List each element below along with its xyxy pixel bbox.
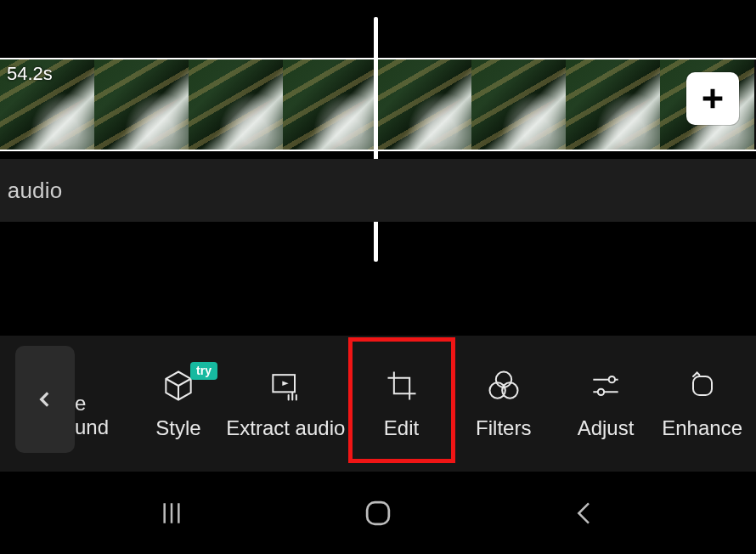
audio-track[interactable]: dd audio <box>0 159 756 222</box>
svg-point-5 <box>598 389 604 395</box>
tool-filters[interactable]: Filters <box>453 357 555 450</box>
add-audio-label: dd audio <box>0 178 62 204</box>
sliders-icon <box>587 367 624 404</box>
svg-point-4 <box>609 376 615 382</box>
bottom-toolbar: eund try Style Extract audio Edi <box>0 336 756 472</box>
plus-icon <box>698 84 727 113</box>
toolbar-back-button[interactable] <box>15 346 75 453</box>
crop-icon <box>383 367 420 404</box>
filters-icon <box>485 367 522 404</box>
nav-home-button[interactable] <box>353 488 403 539</box>
add-clip-button[interactable] <box>686 72 739 125</box>
tool-enhance[interactable]: Enhance <box>657 357 748 450</box>
tool-label: Enhance <box>662 416 742 440</box>
clip-duration-badge: 54.2s <box>3 61 56 87</box>
tool-label: Filters <box>476 416 531 440</box>
clip-thumbnail[interactable] <box>283 59 377 150</box>
chevron-left-icon <box>34 388 56 410</box>
back-icon <box>567 496 601 530</box>
svg-rect-6 <box>693 376 712 395</box>
tool-label: Edit <box>384 416 419 440</box>
partial-tool-label: eund <box>75 392 109 439</box>
tool-row: try Style Extract audio Edit <box>127 336 756 472</box>
clip-thumbnail[interactable] <box>566 59 660 150</box>
tool-style[interactable]: try Style <box>136 357 221 450</box>
nav-back-button[interactable] <box>559 488 610 539</box>
playhead[interactable] <box>374 17 378 262</box>
svg-rect-7 <box>367 502 389 524</box>
try-badge: try <box>190 362 217 380</box>
tool-label: Style <box>155 416 200 440</box>
tool-edit[interactable]: Edit <box>351 357 453 450</box>
recents-icon <box>155 496 189 530</box>
enhance-icon <box>684 367 721 404</box>
clip-thumbnail[interactable] <box>189 59 283 150</box>
tool-label: Extract audio <box>226 416 345 440</box>
nav-recents-button[interactable] <box>146 488 197 539</box>
tool-adjust[interactable]: Adjust <box>555 357 657 450</box>
timeline-track[interactable]: 54.2s <box>0 58 756 151</box>
android-nav-bar <box>0 472 756 554</box>
tool-extract-audio[interactable]: Extract audio <box>221 357 350 450</box>
clip-thumbnail[interactable] <box>377 59 471 150</box>
clip-thumbnail[interactable] <box>471 59 566 150</box>
tool-label: Adjust <box>578 416 635 440</box>
video-editor-screen: { "timeline": { "duration_badge": "54.2s… <box>0 0 756 554</box>
clip-thumbnail[interactable] <box>94 59 189 150</box>
home-icon <box>359 495 397 532</box>
extract-audio-icon <box>267 367 304 404</box>
